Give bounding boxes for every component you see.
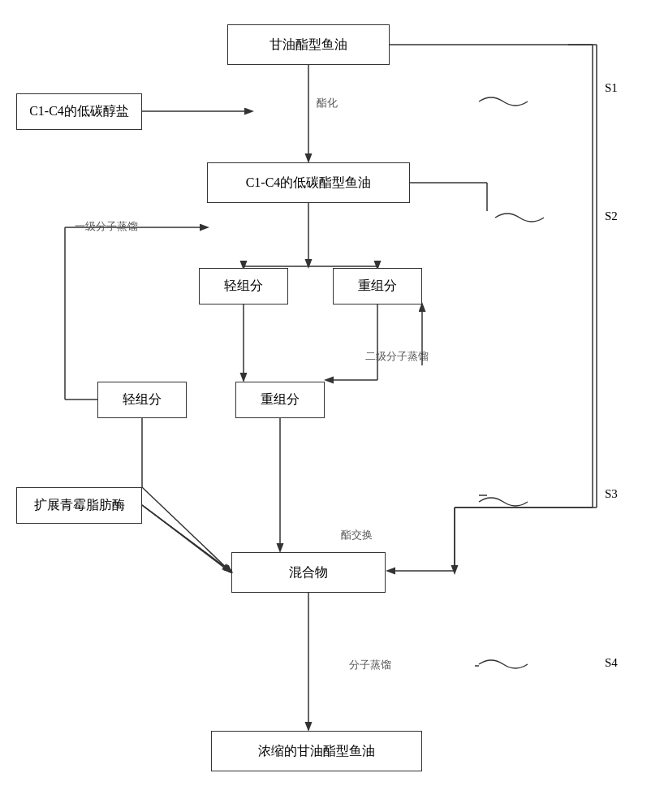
s4-label: S4 <box>605 656 618 670</box>
light2-box: 轻组分 <box>97 382 187 418</box>
diagram: 甘油酯型鱼油 C1-C4的低碳醇盐 C1-C4的低碳酯型鱼油 轻组分 重组分 轻… <box>0 0 664 812</box>
low-carbon-salt-box: C1-C4的低碳醇盐 <box>16 93 142 130</box>
mixture-box: 混合物 <box>231 552 386 593</box>
low-carbon-ester-box: C1-C4的低碳酯型鱼油 <box>207 162 410 203</box>
esterification-label: 酯化 <box>317 96 338 110</box>
svg-line-24 <box>142 505 230 571</box>
heavy1-box: 重组分 <box>333 268 422 304</box>
svg-line-36 <box>142 505 231 572</box>
concentrated-box: 浓缩的甘油酯型鱼油 <box>211 731 422 771</box>
transesterification-label: 酯交换 <box>341 528 373 542</box>
s3-label: S3 <box>605 487 618 501</box>
penicillium-box: 扩展青霉脂肪酶 <box>16 487 142 524</box>
fish-oil-box: 甘油酯型鱼油 <box>227 24 390 65</box>
molecular-distill-label: 分子蒸馏 <box>349 658 391 672</box>
light1-box: 轻组分 <box>199 268 288 304</box>
s1-label: S1 <box>605 81 618 95</box>
primary-distill-label: 一级分子蒸馏 <box>75 219 138 234</box>
secondary-distill-label: 二级分子蒸馏 <box>365 349 429 364</box>
heavy2-box: 重组分 <box>235 382 325 418</box>
svg-line-18 <box>142 487 231 572</box>
s2-label: S2 <box>605 209 618 223</box>
svg-line-15 <box>142 505 231 572</box>
